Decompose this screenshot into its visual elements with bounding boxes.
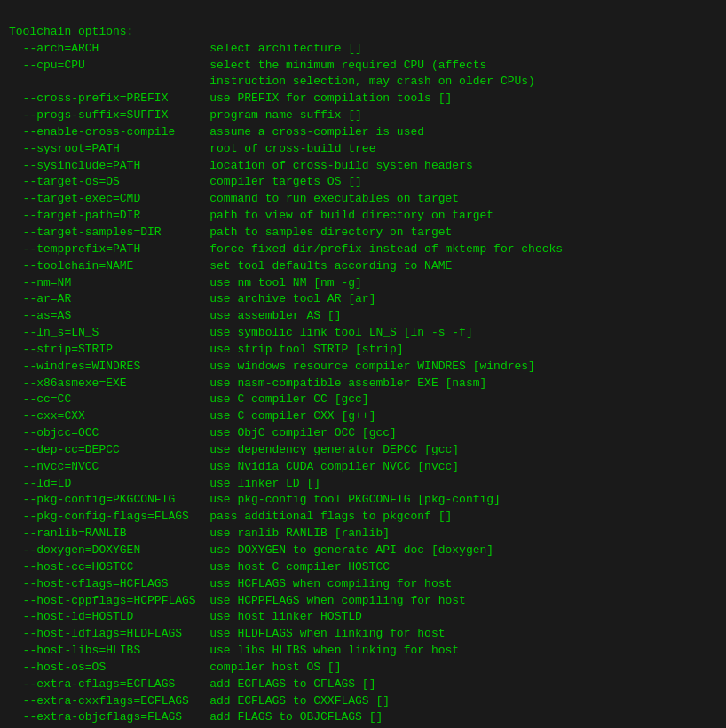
terminal-line: --target-samples=DIR path to samples dir… xyxy=(9,225,717,241)
terminal-line: --cc=CC use C compiler CC [gcc] xyxy=(9,392,717,408)
terminal-line: --target-os=OS compiler targets OS [] xyxy=(9,174,717,191)
terminal-line: instruction selection, may crash on olde… xyxy=(9,74,717,91)
terminal-line: --enable-cross-compile assume a cross-co… xyxy=(9,124,717,141)
terminal-line: --toolchain=NAME set tool defaults accor… xyxy=(9,258,717,275)
terminal-line: --pkg-config-flags=FLAGS pass additional… xyxy=(9,509,717,526)
terminal-line: --windres=WINDRES use windows resource c… xyxy=(9,359,717,376)
terminal-line: --ranlib=RANLIB use ranlib RANLIB [ranli… xyxy=(9,526,717,542)
terminal-line: --host-libs=HLIBS use libs HLIBS when li… xyxy=(9,643,717,660)
terminal-line: --extra-objcflags=FLAGS add FLAGS to OBJ… xyxy=(9,709,717,726)
terminal-line: --x86asmexe=EXE use nasm-compatible asse… xyxy=(9,376,717,392)
terminal-line: --sysinclude=PATH location of cross-buil… xyxy=(9,158,717,175)
terminal-line: --host-cc=HOSTCC use host C compiler HOS… xyxy=(9,559,717,576)
terminal-line: --host-ld=HOSTLD use host linker HOSTLD xyxy=(9,609,717,626)
terminal-line: --as=AS use assembler AS [] xyxy=(9,308,717,325)
terminal-line: --target-path=DIR path to view of build … xyxy=(9,208,717,225)
terminal-line: --ar=AR use archive tool AR [ar] xyxy=(9,291,717,308)
terminal-line: --strip=STRIP use strip tool STRIP [stri… xyxy=(9,342,717,359)
terminal-line: --tempprefix=PATH force fixed dir/prefix… xyxy=(9,241,717,258)
terminal-line: --target-exec=CMD command to run executa… xyxy=(9,191,717,208)
terminal-line: --cxx=CXX use C compiler CXX [g++] xyxy=(9,408,717,425)
terminal-line: --nm=NM use nm tool NM [nm -g] xyxy=(9,275,717,292)
terminal-line: --nvcc=NVCC use Nvidia CUDA compiler NVC… xyxy=(9,459,717,476)
terminal-line: --extra-cflags=ECFLAGS add ECFLAGS to CF… xyxy=(9,677,717,693)
terminal-line: --pkg-config=PKGCONFIG use pkg-config to… xyxy=(9,492,717,509)
terminal-line: --dep-cc=DEPCC use dependency generator … xyxy=(9,442,717,459)
terminal-line: --extra-cxxflags=ECFLAGS add ECFLAGS to … xyxy=(9,693,717,710)
terminal-line: --host-ldflags=HLDFLAGS use HLDFLAGS whe… xyxy=(9,626,717,643)
terminal-line: --ln_s=LN_S use symbolic link tool LN_S … xyxy=(9,325,717,342)
terminal-line: --host-cflags=HCFLAGS use HCFLAGS when c… xyxy=(9,576,717,593)
terminal-line: --arch=ARCH select architecture [] xyxy=(9,41,717,58)
terminal-line: --sysroot=PATH root of cross-build tree xyxy=(9,141,717,158)
terminal-line: --objcc=OCC use ObjC compiler OCC [gcc] xyxy=(9,425,717,442)
terminal-line: --doxygen=DOXYGEN use DOXYGEN to generat… xyxy=(9,542,717,559)
terminal-line: --progs-suffix=SUFFIX program name suffi… xyxy=(9,107,717,124)
terminal-line: --host-cppflags=HCPPFLAGS use HCPPFLAGS … xyxy=(9,593,717,610)
terminal-line: Toolchain options: xyxy=(9,24,717,41)
terminal-line: --ld=LD use linker LD [] xyxy=(9,476,717,493)
terminal-line: --host-os=OS compiler host OS [] xyxy=(9,660,717,677)
terminal-line: --cross-prefix=PREFIX use PREFIX for com… xyxy=(9,91,717,107)
terminal-line: --cpu=CPU select the minimum required CP… xyxy=(9,58,717,75)
terminal-output: Toolchain options: --arch=ARCH select ar… xyxy=(9,7,717,728)
